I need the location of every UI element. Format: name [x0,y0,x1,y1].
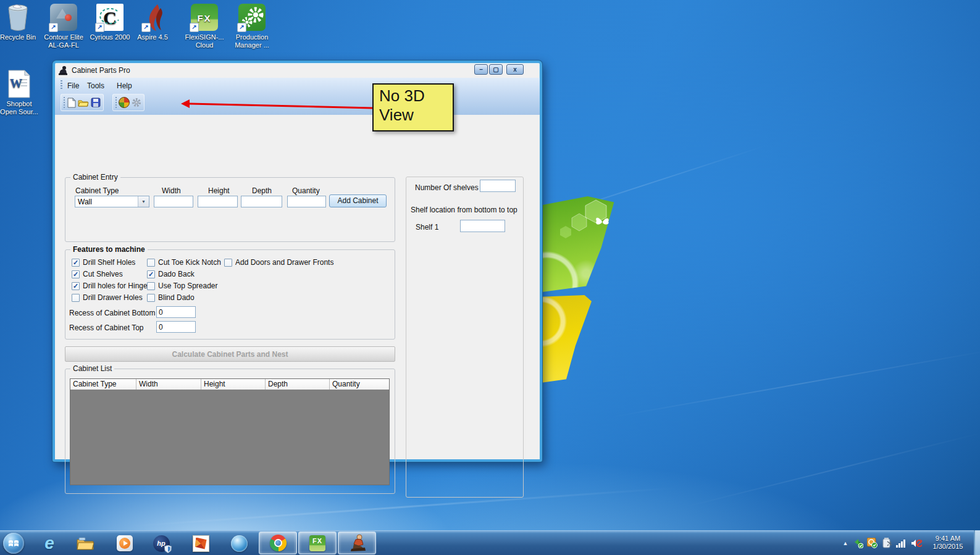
power-plug-icon [882,538,892,548]
flexisign-fx-icon: FX [309,535,325,551]
taskbar-hp-support[interactable]: hp [148,532,175,554]
checkbox-drill-holes-for-hinges[interactable]: ✓ Drill holes for Hinges [72,282,151,290]
checkbox-cut-toe-kick-notch[interactable]: Cut Toe Kick Notch [147,258,221,267]
toolbar-grip-handle[interactable] [115,97,117,108]
chevron-up-icon: ▲ [843,540,848,546]
column-header-width[interactable]: Width [136,379,201,390]
tray-sync-icon[interactable] [853,538,864,548]
tray-show-hidden-icons[interactable]: ▲ [840,538,851,548]
checkbox-drill-drawer-holes[interactable]: Drill Drawer Holes [72,293,143,302]
desktop-icon-production-manager[interactable]: ↗ Production Manager ... [228,2,275,49]
taskbar-internet-explorer[interactable]: e [36,532,63,554]
checkbox-use-top-spreader[interactable]: Use Top Spreader [147,282,218,290]
signal-bars-icon [896,539,907,548]
shelf-1-input[interactable] [460,220,505,232]
taskbar-cabinet-parts-pro-window[interactable] [338,532,376,554]
desktop-icon-label: Recycle Bin [0,33,41,41]
tray-volume-icon[interactable] [911,538,922,548]
checkbox-drill-shelf-holes[interactable]: ✓ Drill Shelf Holes [72,258,135,267]
desktop-icon-label: Production [228,33,275,41]
taskbar-sign-app[interactable] [187,532,214,554]
window-titlebar[interactable]: Cabinet Parts Pro – ▢ x [55,63,540,78]
machine-settings-button[interactable] [119,96,130,109]
note-line: View [379,106,453,125]
settings-gear-button[interactable] [132,96,141,109]
cabinet-list-title: Cabinet List [70,364,114,373]
open-folder-button[interactable] [78,96,89,109]
maximize-button[interactable]: ▢ [489,64,503,75]
desktop-icon-cyrious-2000[interactable]: C ↗ Cyrious 2000 [86,2,133,41]
quantity-input[interactable] [287,196,326,207]
tray-clock[interactable]: 9:41 AM 1/30/2015 [924,535,972,551]
taskbar-flexisign-window[interactable]: FX [298,532,337,554]
checkbox-add-doors-drawer-fronts[interactable]: Add Doors and Drawer Fronts [224,258,333,267]
save-button[interactable] [91,96,101,109]
show-desktop-button[interactable] [974,530,980,555]
tray-security-icon[interactable] [866,538,877,548]
height-input[interactable] [198,196,238,207]
cabinet-list-table: Cabinet Type Width Height Depth Quantity [70,378,390,485]
desktop-icon-label: Open Sour... [0,108,43,116]
statue-figure-icon [348,534,366,553]
chevron-down-icon: ▼ [138,196,149,207]
checkbox-blind-dado[interactable]: Blind Dado [147,293,195,302]
column-header-quantity[interactable]: Quantity [330,379,389,390]
column-header-cabinet-type[interactable]: Cabinet Type [70,379,136,390]
desktop-icon-aspire[interactable]: ↗ Aspire 4.5 [129,2,176,41]
save-floppy-icon [91,98,101,107]
calculate-button[interactable]: Calculate Cabinet Parts and Nest [65,346,395,362]
app-statue-icon [58,65,68,75]
menu-tools[interactable]: Tools [85,81,107,91]
blue-orb-icon [231,535,248,552]
desktop: Recycle Bin ↗ Contour Elite AL-GA-FL C ↗… [0,0,980,555]
cabinet-list-body [70,390,389,485]
checkbox-box: ✓ [72,270,80,278]
recess-bottom-input[interactable] [156,306,196,318]
taskbar-media-player[interactable] [111,532,138,554]
open-folder-icon [78,98,89,107]
recess-top-input[interactable] [156,321,196,333]
width-input[interactable] [154,196,193,207]
checkbox-dado-back[interactable]: ✓ Dado Back [147,270,195,278]
tray-power-icon[interactable] [882,538,893,548]
depth-input[interactable] [241,196,282,207]
desktop-icon-flexisign[interactable]: FX ↗ FlexiSIGN-... Cloud [181,2,228,49]
new-document-button[interactable] [67,96,76,109]
shortcut-arrow-icon: ↗ [190,23,199,32]
menu-file[interactable]: File [65,81,82,91]
desktop-icon-shopbot[interactable]: W Shopbot Open Sour... [0,69,43,116]
tray-network-icon[interactable] [896,538,907,548]
cabinet-type-dropdown[interactable]: Wall ▼ [75,196,149,207]
checkbox-box: ✓ [147,270,155,278]
taskbar-windows-explorer[interactable] [72,532,99,554]
cabinet-type-label: Cabinet Type [75,186,119,195]
height-label: Height [208,186,230,195]
desktop-icon-label: Contour Elite [40,33,87,41]
sync-arrows-icon [853,538,863,548]
taskbar-blue-orb-app[interactable] [225,532,253,554]
window-title: Cabinet Parts Pro [72,66,130,75]
checkbox-box [147,259,155,267]
shelf-location-label: Shelf location from bottom to top [411,206,517,214]
taskbar-chrome-window[interactable] [259,532,297,554]
checkbox-cut-shelves[interactable]: ✓ Cut Shelves [72,270,123,278]
desktop-icon-contour-elite[interactable]: ↗ Contour Elite AL-GA-FL [40,2,87,49]
minimize-button[interactable]: – [474,64,488,75]
menu-help[interactable]: Help [114,81,135,91]
shortcut-arrow-icon: ↗ [49,23,58,32]
start-button[interactable] [0,532,27,554]
number-of-shelves-input[interactable] [480,180,516,192]
hp-icon: hp [153,535,170,552]
desktop-icon-recycle-bin[interactable]: Recycle Bin [0,2,41,41]
column-header-height[interactable]: Height [201,379,266,390]
recess-bottom-label: Recess of Cabinet Bottom [69,309,155,317]
column-header-depth[interactable]: Depth [266,379,330,390]
depth-label: Depth [252,186,272,195]
checkbox-box [147,282,155,290]
cabinet-entry-title: Cabinet Entry [70,173,120,182]
add-cabinet-button[interactable]: Add Cabinet [329,194,387,207]
width-label: Width [162,186,181,195]
close-button[interactable]: x [506,64,524,75]
toolbar-grip-handle[interactable] [64,97,65,108]
menu-grip-handle[interactable] [61,80,62,90]
